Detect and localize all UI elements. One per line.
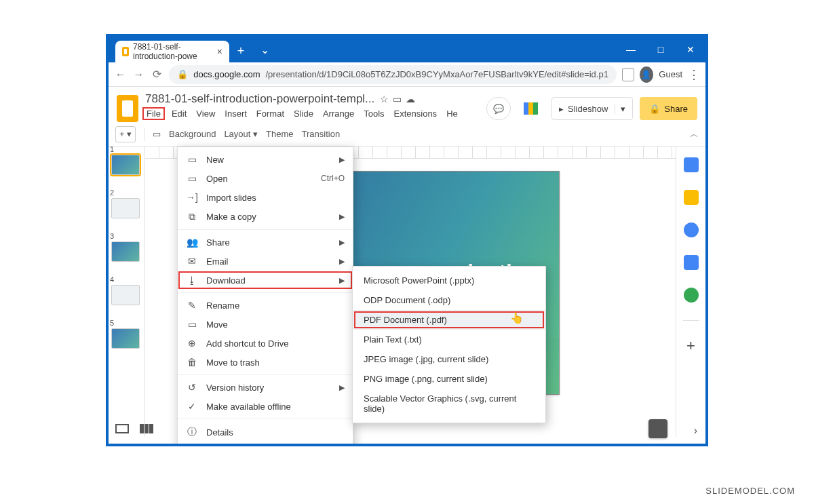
menu-item-icon: ✎ (186, 300, 198, 311)
slide-thumbnail[interactable]: 1 (111, 155, 142, 175)
browser-titlebar: 7881-01-self-introduction-powe × + ⌄ ― □… (109, 37, 705, 62)
file-menu-item[interactable]: ▭OpenCtrl+O (178, 169, 353, 188)
thumb-number: 5 (110, 319, 114, 327)
file-menu-item[interactable]: ⓘDetails (178, 422, 353, 442)
contacts-icon[interactable] (684, 255, 699, 270)
download-option[interactable]: PNG image (.png, current slide) (353, 369, 545, 389)
keep-icon[interactable] (684, 190, 699, 205)
menu-item-icon: ▭ (186, 154, 198, 165)
menu-bar: File Edit View Insert Format Slide Arran… (145, 109, 480, 119)
slides-logo-icon[interactable] (117, 95, 138, 122)
file-menu-item[interactable]: ↺Version history▶ (178, 378, 353, 397)
nav-forward-button[interactable]: → (132, 69, 145, 81)
file-menu[interactable]: ▭New▶▭OpenCtrl+O→]Import slides⧉Make a c… (177, 147, 353, 446)
toolbar-layout[interactable]: Layout ▾ (224, 129, 258, 139)
slideshow-dropdown-icon[interactable]: ▾ (615, 104, 625, 114)
menu-help[interactable]: He (446, 109, 458, 119)
tasks-icon[interactable] (684, 222, 699, 237)
slide-thumbnail[interactable]: 5 (111, 328, 142, 349)
menu-item-label: Import slides (206, 193, 256, 203)
tab-close-icon[interactable]: × (217, 46, 222, 57)
slide-thumbnail[interactable]: 4 (111, 285, 142, 305)
menu-insert[interactable]: Insert (225, 109, 247, 119)
download-submenu[interactable]: 👆 Microsoft PowerPoint (.pptx)ODP Docume… (352, 266, 546, 423)
slide-thumbnail[interactable]: 2 (111, 198, 142, 218)
slideshow-button[interactable]: ▸ Slideshow ▾ (551, 97, 633, 120)
submenu-arrow-icon: ▶ (339, 212, 345, 221)
browser-address-bar: ← → ⟳ 🔒 docs.google.com /presentation/d/… (109, 62, 705, 87)
filmstrip[interactable]: 12345 (109, 147, 145, 437)
slide-thumbnail[interactable]: 3 (111, 241, 142, 262)
menu-item-label: Email (206, 256, 229, 267)
menu-item-icon: ▭ (186, 319, 198, 330)
reading-list-icon[interactable] (622, 68, 634, 81)
file-menu-item[interactable]: ⊕Add shortcut to Drive (178, 334, 353, 353)
toolbar-theme[interactable]: Theme (266, 129, 293, 139)
file-menu-item[interactable]: ▭New▶ (178, 150, 353, 169)
text-box-icon[interactable]: ▭ (153, 129, 161, 139)
menu-format[interactable]: Format (256, 109, 284, 119)
star-icon[interactable]: ☆ (380, 94, 389, 104)
download-option[interactable]: Plain Text (.txt) (353, 330, 545, 349)
menu-slide[interactable]: Slide (294, 109, 313, 119)
toolbar-collapse-icon[interactable]: ︿ (690, 128, 699, 140)
explore-button[interactable] (648, 419, 667, 438)
file-menu-item[interactable]: ✎Rename (178, 296, 353, 315)
menu-item-label: Download (206, 275, 246, 286)
chrome-menu-button[interactable]: ⋮ (688, 67, 700, 82)
file-menu-item[interactable]: ✓Make available offline (178, 397, 353, 416)
file-menu-item[interactable]: 👥Share▶ (178, 233, 353, 252)
menu-extensions[interactable]: Extensions (394, 109, 438, 119)
toolbar-transition[interactable]: Transition (302, 129, 341, 139)
download-option[interactable]: Microsoft PowerPoint (.pptx) (353, 271, 545, 290)
menu-arrange[interactable]: Arrange (323, 109, 354, 119)
browser-tab[interactable]: 7881-01-self-introduction-powe × (115, 41, 229, 62)
share-button[interactable]: 🔒 Share (640, 97, 697, 120)
menu-item-icon: ↺ (186, 382, 198, 393)
download-option[interactable]: JPEG image (.jpg, current slide) (353, 349, 545, 369)
file-menu-item[interactable]: ⭳Download▶ (178, 271, 353, 290)
filmstrip-view-icon[interactable] (115, 424, 129, 433)
menu-item-icon: →] (186, 192, 198, 203)
menu-item-icon: ⊕ (186, 338, 198, 349)
side-panel-toggle-icon[interactable]: › (694, 425, 697, 437)
calendar-icon[interactable] (684, 157, 699, 172)
file-menu-item[interactable]: 🗑Move to trash (178, 353, 353, 372)
toolbar-background[interactable]: Background (169, 129, 216, 139)
move-folder-icon[interactable]: ▭ (393, 94, 402, 104)
doc-header: 7881-01-self-introduction-powerpoint-tem… (109, 87, 705, 122)
file-menu-item[interactable]: ⧉Make a copy▶ (178, 207, 353, 227)
file-menu-item[interactable]: 🌐Language▶ (178, 442, 353, 446)
menu-file[interactable]: File (142, 107, 165, 120)
comments-button[interactable]: 💬 (486, 97, 511, 120)
add-on-button[interactable]: + (684, 338, 699, 353)
menu-item-label: Move to trash (206, 357, 260, 368)
menu-tools[interactable]: Tools (364, 109, 384, 119)
grid-view-icon[interactable] (140, 424, 153, 433)
window-maximize-button[interactable]: □ (646, 37, 676, 62)
window-minimize-button[interactable]: ― (616, 37, 646, 62)
url-field[interactable]: 🔒 docs.google.com /presentation/d/1D9CiL… (169, 65, 617, 84)
profile-avatar-icon[interactable]: 👤 (640, 66, 654, 83)
window-close-button[interactable]: ✕ (676, 37, 705, 62)
menu-edit[interactable]: Edit (172, 109, 187, 119)
download-option[interactable]: ODP Document (.odp) (353, 290, 545, 310)
menu-view[interactable]: View (196, 109, 215, 119)
download-option[interactable]: PDF Document (.pdf) (353, 310, 545, 330)
new-tab-button[interactable]: + (232, 42, 250, 60)
meet-button[interactable] (518, 97, 545, 120)
maps-icon[interactable] (684, 288, 699, 303)
file-menu-item[interactable]: ▭Move (178, 315, 353, 334)
file-menu-item[interactable]: →]Import slides (178, 188, 353, 207)
nav-back-button[interactable]: ← (114, 69, 127, 81)
submenu-arrow-icon: ▶ (339, 238, 345, 247)
file-menu-item[interactable]: ✉Email▶ (178, 252, 353, 271)
nav-reload-button[interactable]: ⟳ (151, 68, 163, 81)
tabs-dropdown-icon[interactable]: ⌄ (250, 43, 279, 56)
menu-item-icon: ⧉ (186, 211, 198, 222)
doc-title[interactable]: 7881-01-self-introduction-powerpoint-tem… (145, 92, 374, 106)
thumb-number: 3 (110, 232, 114, 240)
download-option[interactable]: Scalable Vector Graphics (.svg, current … (353, 389, 545, 419)
submenu-arrow-icon: ▶ (339, 257, 345, 266)
new-slide-button[interactable]: + ▾ (115, 126, 136, 142)
